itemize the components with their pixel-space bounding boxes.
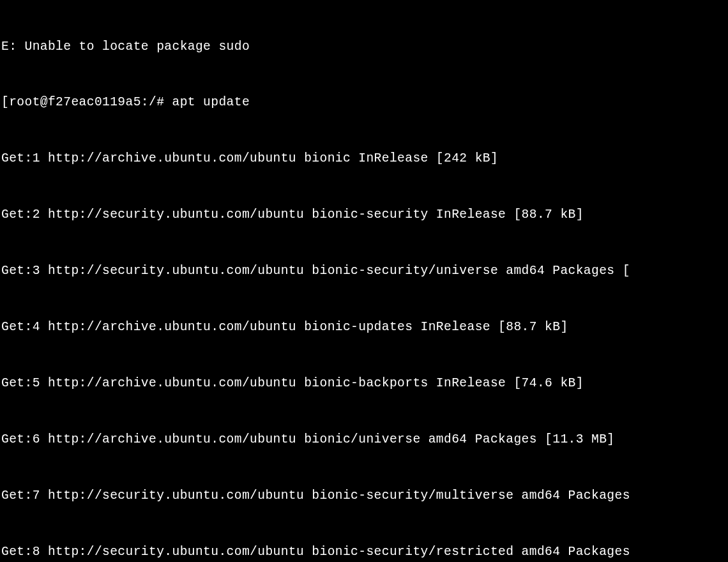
terminal-line: Get:2 http://security.ubuntu.com/ubuntu … [1, 206, 728, 224]
terminal-line: [root@f27eac0119a5:/# apt update [1, 93, 728, 112]
terminal-line: Get:5 http://archive.ubuntu.com/ubuntu b… [1, 374, 728, 393]
terminal-line: E: Unable to locate package sudo [1, 38, 728, 56]
terminal-line: Get:6 http://archive.ubuntu.com/ubuntu b… [1, 430, 728, 449]
terminal-line: Get:3 http://security.ubuntu.com/ubuntu … [1, 262, 728, 280]
terminal-line: Get:8 http://security.ubuntu.com/ubuntu … [1, 543, 728, 561]
terminal-line: Get:7 http://security.ubuntu.com/ubuntu … [1, 487, 728, 505]
terminal-line: Get:1 http://archive.ubuntu.com/ubuntu b… [1, 149, 728, 168]
terminal-window[interactable]: E: Unable to locate package sudo [root@f… [0, 0, 728, 562]
terminal-line: Get:4 http://archive.ubuntu.com/ubuntu b… [1, 318, 728, 337]
